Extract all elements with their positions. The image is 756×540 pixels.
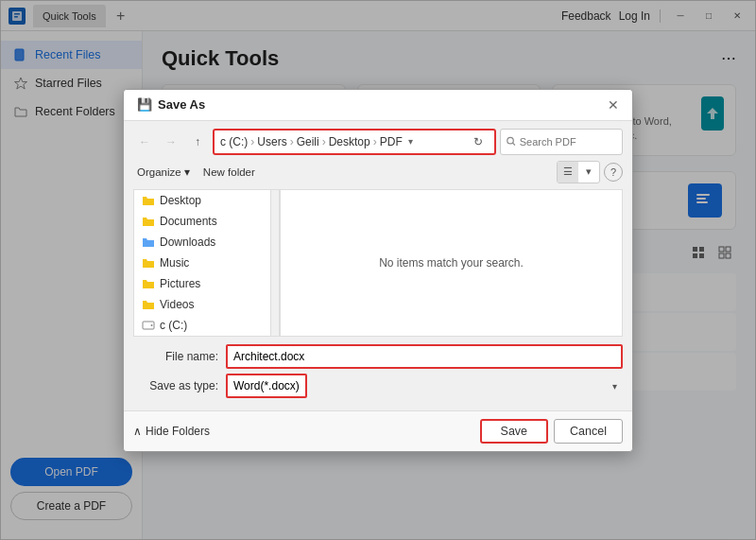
tree-panel: Desktop Documents Downloads Music [133, 189, 270, 337]
organize-button[interactable]: Organize ▾ [133, 164, 194, 181]
dialog-body: ← → ↑ c (C:) › Users › Geili › Desktop ›… [124, 121, 632, 410]
dialog-close-button[interactable]: ✕ [604, 96, 623, 114]
separator-icon: › [290, 135, 294, 148]
main-panel: No items match your search. [280, 189, 623, 337]
breadcrumb-dropdown[interactable]: ▾ [408, 136, 413, 147]
filename-row: File name: [133, 344, 623, 369]
folder-icon [142, 216, 155, 227]
filetype-select-wrapper: Word(*.docx) [226, 374, 623, 398]
tree-item-cdrive[interactable]: c (C:) [134, 315, 270, 336]
folder-icon [142, 257, 155, 269]
tree-item-label: c (C:) [160, 319, 187, 332]
new-folder-button[interactable]: New folder [199, 165, 259, 180]
dialog-titlebar: 💾 Save As ✕ [124, 90, 632, 121]
folder-icon [142, 278, 155, 289]
tree-item-documents[interactable]: Documents [134, 211, 270, 232]
dialog-toolbar-right: ☰ ▾ ? [557, 161, 623, 183]
drive-icon [142, 319, 155, 332]
tree-scrollbar[interactable] [270, 189, 280, 337]
dialog-title-text: Save As [158, 97, 205, 112]
list-view-button[interactable]: ☰ [558, 162, 578, 183]
tree-item-music[interactable]: Music [134, 253, 270, 273]
hide-folders-button[interactable]: ∧ Hide Folders [133, 425, 210, 438]
breadcrumb-part: c (C:) [220, 135, 248, 148]
filename-input[interactable] [226, 344, 623, 369]
help-button[interactable]: ? [604, 163, 623, 182]
filename-label: File name: [133, 350, 218, 363]
filetype-label: Save as type: [133, 379, 218, 392]
tree-item-label: Documents [160, 215, 217, 228]
tree-item-label: Downloads [160, 235, 215, 249]
folder-icon [142, 195, 155, 206]
svg-point-27 [151, 324, 153, 326]
dialog-footer: ∧ Hide Folders Save Cancel [124, 410, 632, 451]
search-pdf-icon [507, 136, 516, 147]
breadcrumb-part: Desktop [329, 135, 370, 148]
tree-item-pictures[interactable]: Pictures [134, 273, 270, 294]
search-pdf-box[interactable] [500, 129, 623, 155]
folder-icon [142, 299, 155, 310]
breadcrumb-part: Users [257, 135, 286, 148]
filetype-row: Save as type: Word(*.docx) [133, 374, 623, 398]
address-bar-row: ← → ↑ c (C:) › Users › Geili › Desktop ›… [133, 129, 623, 155]
save-as-dialog: 💾 Save As ✕ ← → ↑ c (C:) › Users › Geili [123, 89, 633, 452]
search-pdf-input[interactable] [520, 136, 616, 148]
folder-icon [142, 236, 155, 248]
tree-item-videos[interactable]: Videos [134, 294, 270, 315]
cancel-button[interactable]: Cancel [554, 419, 623, 444]
tree-area: Desktop Documents Downloads Music [133, 189, 280, 337]
dialog-toolbar-row: Organize ▾ New folder ☰ ▾ ? [133, 161, 623, 183]
chevron-up-icon: ∧ [133, 425, 142, 438]
save-button[interactable]: Save [480, 419, 549, 444]
back-button[interactable]: ← [133, 131, 156, 153]
details-view-button[interactable]: ▾ [578, 162, 599, 183]
filetype-select[interactable]: Word(*.docx) [226, 374, 307, 398]
tree-item-label: Pictures [160, 277, 200, 290]
tree-item-label: Videos [160, 298, 194, 311]
breadcrumb: c (C:) › Users › Geili › Desktop › PDF ▾ [220, 135, 468, 148]
no-match-text: No items match your search. [379, 256, 524, 270]
dialog-overlay: 💾 Save As ✕ ← → ↑ c (C:) › Users › Geili [0, 0, 756, 540]
tree-item-label: Music [160, 256, 189, 270]
separator-icon: › [250, 135, 254, 148]
tree-item-downloads[interactable]: Downloads [134, 232, 270, 253]
forward-button[interactable]: → [160, 131, 182, 153]
svg-line-25 [512, 143, 514, 145]
address-bar[interactable]: c (C:) › Users › Geili › Desktop › PDF ▾… [213, 129, 496, 155]
fields-area: File name: Save as type: Word(*.docx) [133, 344, 623, 398]
refresh-button[interactable]: ↻ [468, 131, 489, 152]
dialog-title: 💾 Save As [137, 97, 205, 112]
hide-folders-label: Hide Folders [146, 425, 210, 438]
separator-icon: › [322, 135, 326, 148]
dialog-toolbar-left: Organize ▾ New folder [133, 164, 259, 181]
file-panel: Desktop Documents Downloads Music [133, 189, 623, 337]
view-toggle: ☰ ▾ [557, 161, 600, 183]
save-as-icon: 💾 [137, 97, 152, 112]
tree-item-label: Desktop [160, 194, 201, 207]
dialog-actions: Save Cancel [480, 419, 623, 444]
tree-item-desktop[interactable]: Desktop [134, 190, 270, 211]
breadcrumb-part: PDF [380, 135, 403, 148]
breadcrumb-part: Geili [297, 135, 319, 148]
svg-point-24 [507, 137, 513, 143]
up-button[interactable]: ↑ [186, 131, 209, 153]
separator-icon: › [373, 135, 377, 148]
